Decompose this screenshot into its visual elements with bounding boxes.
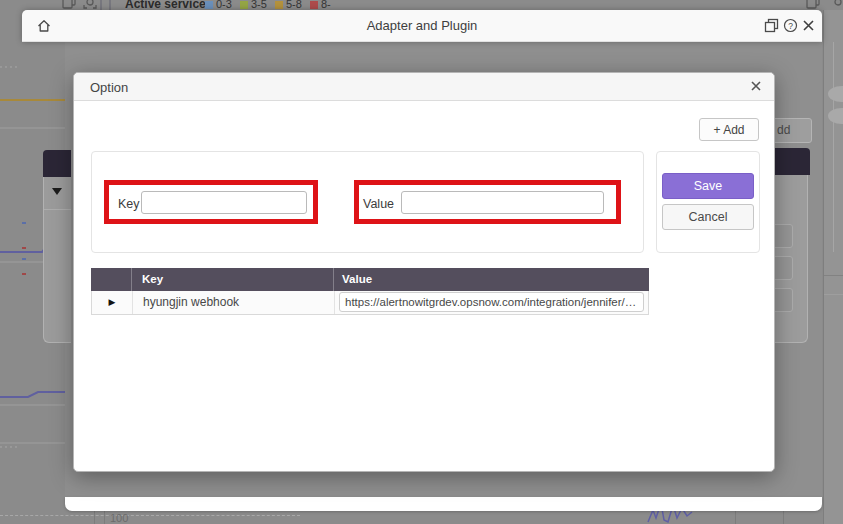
key-input[interactable] [141,191,307,214]
options-table: Key Value ▶ hyungjin webhook https://ale… [91,268,649,315]
row-key-cell: hyungjin webhook [133,291,335,314]
key-label: Key [118,197,140,211]
panel-border [44,209,71,210]
option-modal: Option + Add Key Value Save Cancel Key V… [73,72,775,472]
chart-axis-fragment [735,511,736,524]
row-value-cell: https://alertnowitgrdev.opsnow.com/integ… [335,291,648,314]
divider [100,0,102,10]
legend-swatch-0-3 [205,1,213,9]
column-header-expand [91,268,132,291]
table-header-row: Key Value [91,268,649,291]
action-panel [656,151,760,253]
ellipse-shape [828,86,843,102]
screen: Active service 0-3 3-5 5-8 8- [0,0,843,524]
panel-border [824,275,843,276]
add-button[interactable]: + Add [699,118,759,141]
background-right-panel [823,10,843,524]
legend-swatch-3-5 [240,1,248,9]
close-icon[interactable] [800,18,816,34]
occluded-add-label: dd [777,123,790,137]
windows-icon [806,0,820,9]
panel-border [824,294,843,295]
table-row[interactable]: ▶ hyungjin webhook https://alertnowitgrd… [91,291,649,315]
restore-window-icon[interactable] [763,18,779,34]
chart-legend-title: Active service [125,0,206,10]
windows-icon [62,0,76,9]
chart-tick-fragment [22,222,26,224]
axis-tick-label: 100 [110,512,128,524]
adapter-dialog-titlebar: Adapter and Plugin ? [22,10,822,42]
close-icon[interactable] [748,79,764,95]
divider [109,0,111,10]
chart-axis-fragment [783,511,784,524]
occluded-table-header-fragment [43,150,71,177]
help-icon[interactable]: ? [782,18,798,34]
legend-label: 8- [321,0,331,10]
cancel-button[interactable]: Cancel [662,204,754,230]
legend-label: 5-8 [286,0,302,10]
modal-title: Option [90,80,128,95]
target-icon [831,0,843,9]
chart-axis-fragment [94,511,95,524]
column-header-value: Value [334,268,649,291]
chart-axis-fragment [104,511,105,524]
legend-swatch-8plus [310,1,318,9]
dialog-title: Adapter and Plugin [22,18,822,33]
value-input[interactable] [401,191,604,214]
ellipse-shape [828,108,843,124]
chart-tick-fragment [22,273,26,275]
legend-label: 0-3 [216,0,232,10]
chart-tick-fragment [22,258,26,260]
chart-gridline-fragment [0,515,300,516]
target-icon [83,0,97,9]
row-value-text: https://alertnowitgrdev.opsnow.com/integ… [339,292,644,312]
modal-titlebar: Option [74,73,774,101]
column-header-key: Key [132,268,334,291]
svg-text:?: ? [788,21,793,31]
dropdown-arrow-icon [52,188,62,195]
panel-border [833,42,834,252]
row-expand-icon[interactable]: ▶ [92,291,133,314]
value-label: Value [363,197,394,211]
save-button[interactable]: Save [662,173,754,199]
adapter-dialog-bottom-edge [65,497,822,511]
legend-swatch-5-8 [275,1,283,9]
occluded-panel-fragment [43,177,71,343]
dashboard-top-strip: Active service 0-3 3-5 5-8 8- [0,0,843,10]
chart-tick-fragment [22,247,26,249]
legend-label: 3-5 [251,0,267,10]
